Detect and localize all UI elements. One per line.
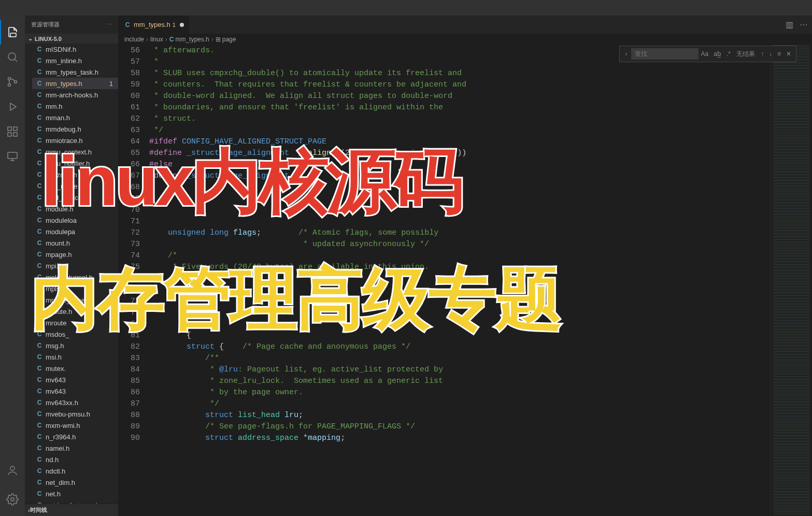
file-item[interactable]: Cmount.h [32, 237, 118, 249]
file-item[interactable]: Cnamei.h [32, 442, 118, 454]
file-item[interactable]: Cnd.h [32, 454, 118, 465]
file-label: mpls_iptunnel.h [46, 274, 93, 281]
code-content[interactable]: * afterwards. * * SLUB uses cmpxchg_doub… [149, 45, 771, 516]
file-item[interactable]: Cmmiotrace.h [32, 135, 118, 146]
find-close-button[interactable]: ✕ [783, 50, 794, 58]
file-item[interactable]: Cmpi.h [32, 260, 118, 271]
file-item[interactable]: Cmvebu-pmsu.h [32, 408, 118, 420]
c-file-icon: C [35, 182, 44, 190]
c-file-icon: C [35, 205, 44, 212]
file-badge: 1 [109, 80, 115, 88]
file-label: mmu_context.h [46, 148, 92, 156]
file-item[interactable]: Cmodule.h [32, 203, 118, 214]
c-file-icon: C [35, 114, 44, 121]
file-item[interactable]: Cmutex. [32, 363, 118, 374]
more-actions-icon[interactable]: ⋯ [800, 20, 808, 30]
breadcrumb-item[interactable]: linux [150, 36, 163, 43]
match-case-button[interactable]: Aa [699, 50, 711, 58]
settings-icon[interactable] [0, 487, 25, 512]
extensions-icon[interactable] [0, 119, 25, 144]
file-item[interactable]: Cndctl.h [32, 465, 118, 477]
file-item[interactable]: Cmroute.h [32, 306, 118, 317]
c-file-icon: C [35, 433, 44, 440]
file-label: mpage.h [46, 251, 72, 259]
file-item[interactable]: Cmxm-wmi.h [32, 420, 118, 431]
c-file-icon: C [35, 68, 44, 76]
file-item[interactable]: Cmodulepa [32, 226, 118, 237]
file-label: nd.h [46, 456, 59, 464]
file-item[interactable]: Cmnt_name [32, 180, 118, 192]
breadcrumbs[interactable]: include›linux›Cmm_types.h›⊞page [118, 34, 812, 45]
explorer-sidebar: 资源管理器 ⋯ ⌄ LINUX-5.0 CmISDNif.hCmm_inline… [25, 16, 118, 516]
file-label: mv643xx.h [46, 399, 78, 407]
file-item[interactable]: Cmm_types_task.h [32, 66, 118, 78]
debug-icon[interactable] [0, 94, 25, 119]
file-item[interactable]: Cmpls_iptunnel.h [32, 271, 118, 283]
file-item[interactable]: Cnet.h [32, 488, 118, 499]
file-item[interactable]: Cmmu_context.h [32, 146, 118, 157]
split-editor-icon[interactable]: ▥ [786, 20, 793, 30]
tab-modified-badge: 1 [173, 22, 176, 28]
file-item[interactable]: Cmm_types.h1 [32, 78, 118, 89]
file-label: ndctl.h [46, 467, 65, 475]
source-control-icon[interactable] [0, 69, 25, 94]
breadcrumb-item[interactable]: ⊞page [216, 36, 236, 43]
file-label: mv643 [46, 388, 66, 395]
c-file-icon: C [35, 137, 44, 144]
file-item[interactable]: Cnet_dim.h [32, 477, 118, 488]
regex-button[interactable]: .* [724, 50, 733, 58]
file-item[interactable]: CmISDNif.h [32, 44, 118, 55]
file-item[interactable]: Cmroute_base.h [32, 294, 118, 306]
file-item[interactable]: Cmoduleloa [32, 214, 118, 226]
file-item[interactable]: Cmmu_notifier.h [32, 157, 118, 169]
match-word-button[interactable]: ab̲ [711, 50, 724, 58]
remote-icon[interactable] [0, 144, 25, 169]
find-input[interactable] [631, 48, 699, 60]
search-icon[interactable] [0, 45, 25, 69]
explorer-icon[interactable] [0, 20, 25, 45]
file-item[interactable]: Cn_r3964.h [32, 431, 118, 442]
find-next-button[interactable]: ↓ [766, 50, 775, 58]
file-label: mm_inline.h [46, 57, 82, 65]
title-bar [0, 0, 812, 16]
minimap[interactable] [771, 45, 812, 516]
account-icon[interactable] [0, 458, 25, 483]
c-file-icon: C [35, 171, 44, 178]
file-item[interactable]: Cmv643 [32, 385, 118, 397]
file-item[interactable]: Cmm-arch-hooks.h [32, 89, 118, 101]
file-item[interactable]: Cmroute [32, 317, 118, 328]
c-file-icon: C [35, 57, 44, 64]
file-item[interactable]: Cmpls.h [32, 283, 118, 294]
tab-mm-types[interactable]: C mm_types.h 1 [118, 16, 190, 34]
breadcrumb-item[interactable]: Cmm_types.h [169, 36, 209, 43]
find-prev-button[interactable]: ↑ [758, 50, 766, 58]
file-item[interactable]: Cmmdebug.h [32, 123, 118, 135]
code-editor[interactable]: 5657585960616263646566676869707172737475… [118, 45, 812, 516]
more-icon[interactable]: ⋯ [106, 21, 112, 28]
file-label: mmu_notifier.h [46, 160, 90, 167]
file-item[interactable]: Cmsi.h [32, 351, 118, 363]
file-item[interactable]: Cmsg.h [32, 340, 118, 351]
file-label: mroute [46, 319, 66, 327]
file-item[interactable]: Cmm_inline.h [32, 55, 118, 66]
file-item[interactable]: Cmsdos_ [32, 328, 118, 340]
file-item[interactable]: Cmpage.h [32, 249, 118, 260]
file-item[interactable]: Cmod_devic [32, 192, 118, 203]
file-item[interactable]: Cnetdev_features.h [32, 499, 118, 504]
file-item[interactable]: Cmv643 [32, 374, 118, 385]
file-label: mnt_name [46, 182, 77, 190]
file-label: mmdebug.h [46, 125, 81, 133]
folder-header[interactable]: ⌄ LINUX-5.0 [25, 34, 118, 44]
breadcrumb-item[interactable]: include [124, 36, 144, 43]
c-file-icon: C [35, 479, 44, 486]
file-label: mm-arch-hooks.h [46, 91, 98, 99]
find-expand-icon[interactable]: › [622, 50, 631, 58]
unsaved-dot-icon [180, 23, 184, 27]
file-item[interactable]: Cmmzone.h [32, 169, 118, 180]
activity-bar [0, 16, 25, 516]
file-item[interactable]: Cmman.h [32, 112, 118, 123]
timeline-header[interactable]: › 时间线 [25, 504, 118, 516]
file-item[interactable]: Cmm.h [32, 101, 118, 112]
find-menu-button[interactable]: ≡ [775, 50, 783, 58]
file-item[interactable]: Cmv643xx.h [32, 397, 118, 408]
